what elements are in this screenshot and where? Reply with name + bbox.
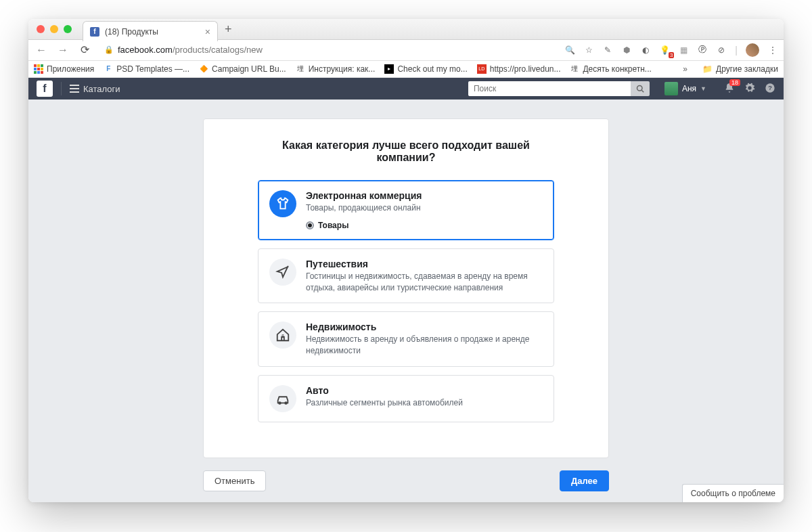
forward-button[interactable]: → — [55, 44, 70, 56]
back-button[interactable]: ← — [34, 44, 49, 56]
bookmark-item[interactable]: FPSD Templates —... — [104, 64, 189, 74]
notification-badge: 18 — [729, 79, 740, 86]
favicon-icon: f — [90, 27, 99, 37]
svg-line-1 — [641, 90, 644, 92]
option-ecommerce[interactable]: Электронная коммерция Товары, продающиес… — [258, 180, 554, 240]
extension-pinterest-icon[interactable]: Ⓟ — [697, 45, 708, 56]
option-auto[interactable]: Авто Различные сегменты рынка автомобиле… — [258, 375, 554, 422]
extension-block-icon[interactable]: ⊘ — [716, 45, 727, 56]
svg-text:$: $ — [281, 334, 284, 338]
bookmark-item[interactable]: 埋Десять конкретн... — [570, 64, 651, 74]
bookmark-favicon-icon: 埋 — [296, 64, 305, 74]
fb-top-nav: f Каталоги Аня ▼ — [28, 78, 784, 99]
reload-button[interactable]: ⟳ — [77, 43, 92, 56]
extension-pencil-icon[interactable]: ✎ — [602, 45, 613, 56]
search-omnibox-icon[interactable]: 🔍 — [564, 45, 575, 56]
bookmark-favicon-icon: 埋 — [570, 64, 579, 74]
bookmark-item[interactable]: 🔶Campaign URL Bu... — [199, 64, 286, 74]
bookmark-item[interactable]: ▸Check out my mo... — [384, 64, 467, 74]
option-title: Электронная коммерция — [306, 190, 543, 201]
fb-search — [468, 81, 650, 96]
option-desc: Различные сегменты рынка автомобилей — [306, 397, 543, 409]
cancel-button[interactable]: Отменить — [203, 470, 266, 491]
option-title: Авто — [306, 385, 543, 396]
chevron-down-icon: ▼ — [700, 85, 706, 92]
bookmark-item[interactable]: 埋Инструкция: как... — [296, 64, 376, 74]
bookmark-star-icon[interactable]: ☆ — [583, 45, 594, 56]
bookmark-favicon-icon: ▸ — [384, 64, 394, 74]
car-icon — [269, 385, 296, 412]
address-bar[interactable]: 🔒 facebook.com/products/catalogs/new — [99, 45, 558, 55]
option-desc: Товары, продающиеся онлайн — [306, 202, 543, 214]
apps-grid-icon — [34, 64, 43, 74]
extension-grid-icon[interactable]: ▦ — [678, 45, 689, 56]
notifications-button[interactable]: 18 — [724, 83, 735, 95]
hamburger-icon — [70, 85, 79, 93]
next-button[interactable]: Далее — [560, 470, 609, 491]
report-problem-button[interactable]: Сообщить о проблеме — [682, 484, 784, 502]
catalogs-menu-button[interactable]: Каталоги — [70, 84, 120, 94]
svg-text:?: ? — [768, 85, 772, 91]
minimize-window-button[interactable] — [50, 25, 58, 33]
radio-goods[interactable]: Товары — [306, 221, 543, 230]
radio-icon — [306, 221, 314, 229]
folder-icon: 📁 — [702, 64, 713, 74]
house-icon: $ — [269, 322, 296, 349]
new-tab-button[interactable]: + — [225, 22, 232, 37]
bookmark-favicon-icon: F — [104, 64, 113, 74]
extension-shield-icon[interactable]: ⬢ — [621, 45, 632, 56]
svg-point-0 — [637, 86, 642, 91]
search-input[interactable] — [468, 81, 631, 96]
help-icon: ? — [765, 83, 775, 93]
option-desc: Гостиницы и недвижимость, сдаваемая в ар… — [306, 271, 543, 294]
user-menu-button[interactable]: Аня ▼ — [664, 82, 706, 95]
search-icon — [636, 85, 644, 93]
extension-colorwheel-icon[interactable]: ◐ — [640, 45, 651, 56]
settings-button[interactable] — [744, 83, 755, 95]
tab-title: (18) Продукты — [105, 27, 158, 37]
help-button[interactable]: ? — [765, 83, 775, 95]
option-travel[interactable]: Путешествия Гостиницы и недвижимость, сд… — [258, 248, 554, 304]
url-host: facebook.com — [118, 45, 173, 55]
gear-icon — [744, 83, 755, 93]
category-card: Какая категория лучше всего подходит ваш… — [203, 118, 609, 458]
url-path: /products/catalogs/new — [173, 45, 263, 55]
lock-icon: 🔒 — [104, 45, 114, 54]
close-window-button[interactable] — [37, 25, 45, 33]
apps-button[interactable]: Приложения — [34, 64, 94, 74]
bookmark-favicon-icon: LD — [477, 64, 487, 74]
option-title: Недвижимость — [306, 322, 543, 332]
option-desc: Недвижимость в аренду и объявления о про… — [306, 334, 543, 357]
card-heading: Какая категория лучше всего подходит ваш… — [258, 139, 554, 164]
traffic-lights — [37, 25, 72, 33]
bookmarks-bar: Приложения FPSD Templates —... 🔶Campaign… — [28, 61, 784, 78]
browser-menu-icon[interactable]: ⋮ — [767, 45, 778, 56]
plane-icon — [269, 259, 296, 286]
bookmark-item[interactable]: LDhttps://pro.livedun... — [477, 64, 561, 74]
tshirt-icon — [269, 190, 296, 217]
address-toolbar: ← → ⟳ 🔒 facebook.com/products/catalogs/n… — [28, 40, 784, 61]
bookmark-favicon-icon: 🔶 — [199, 64, 208, 74]
search-button[interactable] — [631, 81, 650, 96]
option-title: Путешествия — [306, 259, 543, 269]
bookmarks-overflow-button[interactable]: » — [683, 64, 687, 74]
option-realestate[interactable]: $ Недвижимость Недвижимость в аренду и о… — [258, 311, 554, 367]
other-bookmarks-button[interactable]: 📁Другие закладки — [702, 64, 778, 74]
footer-actions: Отменить Далее — [203, 470, 609, 491]
maximize-window-button[interactable] — [64, 25, 72, 33]
profile-avatar-icon[interactable] — [746, 43, 759, 57]
facebook-logo-icon[interactable]: f — [37, 81, 53, 97]
user-avatar-icon — [664, 82, 678, 95]
extension-bulb-icon[interactable]: 💡 — [659, 45, 670, 56]
window-titlebar: f (18) Продукты × + — [28, 19, 784, 40]
tab-close-icon[interactable]: × — [205, 26, 210, 37]
browser-tab[interactable]: f (18) Продукты × — [83, 21, 218, 41]
